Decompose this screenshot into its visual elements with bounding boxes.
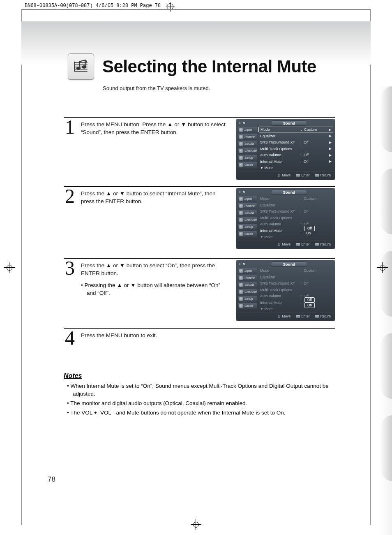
sound-icon [239, 211, 243, 215]
osd-sidebar: Input Picture Sound Channel Setup Guide [238, 268, 257, 312]
chevron-right-icon: ▶ [329, 160, 332, 163]
step-number: 1 [64, 119, 76, 182]
page-title: Selecting the Internal Mute [102, 57, 316, 76]
sound-section-icon [68, 53, 94, 80]
page-number: 78 [48, 475, 55, 484]
osd-row-srs[interactable]: SRS TruSurround XT:Off [258, 208, 333, 214]
osd-footer-hints: Move Enter Return [238, 171, 333, 178]
tv-osd-menu: T V Sound Input Picture Sound Channel Se… [236, 260, 335, 321]
sidebar-item-channel[interactable]: Channel [238, 217, 257, 223]
guide-icon [239, 163, 243, 167]
osd-row-srs[interactable]: SRS TruSurround XT:Off▶ [258, 139, 333, 145]
osd-row-equalizer[interactable]: Equalizer▶ [258, 133, 333, 139]
osd-sidebar: Input Picture Sound Channel Setup Guide [238, 196, 257, 240]
osd-row-autovolume[interactable]: Auto Volume:Off▶ [258, 152, 333, 158]
picture-icon [239, 276, 243, 280]
trim-guide [370, 9, 371, 525]
osd-row-internalmute[interactable]: Internal Mute: Off On [258, 300, 333, 306]
osd-screenshot: T V Sound Input Picture Sound Channel Se… [236, 119, 335, 182]
osd-option-list: Mode:Custom Equalizer SRS TruSurround XT… [258, 268, 333, 312]
sidebar-item-sound[interactable]: Sound [238, 141, 257, 147]
sidebar-item-picture[interactable]: Picture [238, 134, 257, 140]
step-number: 4 [64, 330, 76, 353]
guide-icon [239, 232, 243, 236]
hint-enter: Enter [296, 314, 309, 319]
osd-row-multitrack[interactable]: Multi-Track Options [258, 287, 333, 293]
osd-screenshot: T V Sound Input Picture Sound Channel Se… [236, 188, 335, 254]
osd-sidebar: Input Picture Sound Channel Setup Guide [238, 127, 257, 171]
osd-row-autovolume[interactable]: Auto Volume:Off [258, 293, 333, 299]
osd-row-equalizer[interactable]: Equalizer [258, 274, 333, 280]
osd-row-mode[interactable]: Mode:Custom [258, 268, 333, 273]
input-icon [239, 269, 243, 273]
osd-row-autovolume[interactable]: Auto Volume:Off [258, 221, 333, 227]
sidebar-item-setup[interactable]: Setup [238, 155, 257, 161]
osd-title: Sound [271, 190, 308, 195]
hint-move: Move [277, 173, 291, 178]
channel-icon [239, 149, 243, 153]
sidebar-item-sound[interactable]: Sound [238, 210, 257, 216]
note-item: The monitor and digital audio outputs (O… [64, 399, 335, 407]
steps-list: 1 Press the MENU button. Press the ▲ or … [64, 117, 335, 357]
osd-row-more[interactable]: More [258, 165, 333, 171]
osd-row-internalmute[interactable]: Internal Mute: Off On [258, 228, 333, 234]
step-bullet: • Pressing the ▲ or ▼ button will altern… [81, 281, 229, 297]
sidebar-item-setup[interactable]: Setup [238, 224, 257, 230]
tv-osd-menu: T V Sound Input Picture Sound Channel Se… [236, 119, 335, 180]
step-3: 3 Press the ▲ or ▼ button to select “On”… [64, 258, 335, 324]
osd-row-multitrack[interactable]: Multi-Track Options [258, 215, 333, 221]
osd-row-mode[interactable]: Mode:Custom [258, 196, 333, 201]
note-item: The VOL +, VOL - and Mute buttons do not… [64, 409, 335, 417]
osd-option-list: Mode:Custom Equalizer SRS TruSurround XT… [258, 196, 333, 240]
trim-guide [21, 9, 22, 525]
print-meta-text: BN68-00835A-00(078~087) 4/6/05 8:28 PM P… [25, 3, 161, 9]
option-off[interactable]: Off [304, 297, 315, 303]
step-text: Press the MENU button. Press the ▲ or ▼ … [81, 119, 229, 182]
osd-row-equalizer[interactable]: Equalizer [258, 202, 333, 208]
option-off[interactable]: Off [304, 226, 315, 231]
notes-section: Notes When Internal Mute is set to “On”,… [64, 372, 335, 418]
osd-row-more[interactable]: More [258, 306, 333, 312]
step-4: 4 Press the MENU button to exit. [64, 328, 335, 353]
hint-enter: Enter [296, 173, 309, 178]
osd-title: Sound [271, 120, 308, 126]
hint-return: Return [315, 314, 331, 319]
sidebar-item-setup[interactable]: Setup [238, 296, 257, 302]
registration-mark-icon [378, 263, 387, 272]
step-text: Press the ▲ or ▼ button to select “On”, … [81, 260, 229, 324]
osd-row-multitrack[interactable]: Multi-Track Options▶ [258, 146, 333, 152]
svg-point-7 [83, 66, 86, 68]
input-icon [239, 197, 243, 201]
sidebar-item-channel[interactable]: Channel [238, 289, 257, 295]
osd-title: Sound [271, 262, 308, 267]
trim-guide [21, 9, 371, 10]
sidebar-item-input[interactable]: Input [238, 268, 257, 274]
step-number: 3 [64, 260, 76, 324]
osd-row-mode[interactable]: Mode:Custom▶ [258, 127, 333, 132]
sidebar-item-input[interactable]: Input [238, 127, 257, 133]
hint-enter: Enter [296, 242, 309, 247]
osd-option-list: Mode:Custom▶ Equalizer▶ SRS TruSurround … [258, 127, 333, 171]
osd-row-srs[interactable]: SRS TruSurround XT:Off [258, 280, 333, 286]
sidebar-item-guide[interactable]: Guide [238, 303, 257, 309]
step-2: 2 Press the ▲ or ▼ button to select “Int… [64, 186, 335, 254]
input-icon [239, 128, 243, 132]
hint-return: Return [315, 242, 331, 247]
osd-row-more[interactable]: More [258, 234, 333, 240]
sidebar-item-sound[interactable]: Sound [238, 282, 257, 288]
osd-source-label: T V [239, 190, 246, 194]
sidebar-item-channel[interactable]: Channel [238, 148, 257, 154]
sidebar-item-guide[interactable]: Guide [238, 162, 257, 168]
chevron-right-icon: ▶ [329, 134, 332, 138]
sidebar-item-picture[interactable]: Picture [238, 203, 257, 209]
step-text: Press the MENU button to exit. [81, 330, 229, 353]
sidebar-item-input[interactable]: Input [238, 196, 257, 202]
note-item: When Internal Mute is set to “On”, Sound… [64, 382, 335, 398]
osd-screenshot: T V Sound Input Picture Sound Channel Se… [236, 260, 335, 324]
sidebar-item-picture[interactable]: Picture [238, 275, 257, 281]
tv-osd-menu: T V Sound Input Picture Sound Channel Se… [236, 188, 335, 249]
osd-row-internalmute[interactable]: Internal Mute:Off▶ [258, 159, 333, 164]
notes-heading: Notes [64, 372, 335, 380]
sidebar-item-guide[interactable]: Guide [238, 231, 257, 237]
osd-source-label: T V [239, 262, 246, 266]
